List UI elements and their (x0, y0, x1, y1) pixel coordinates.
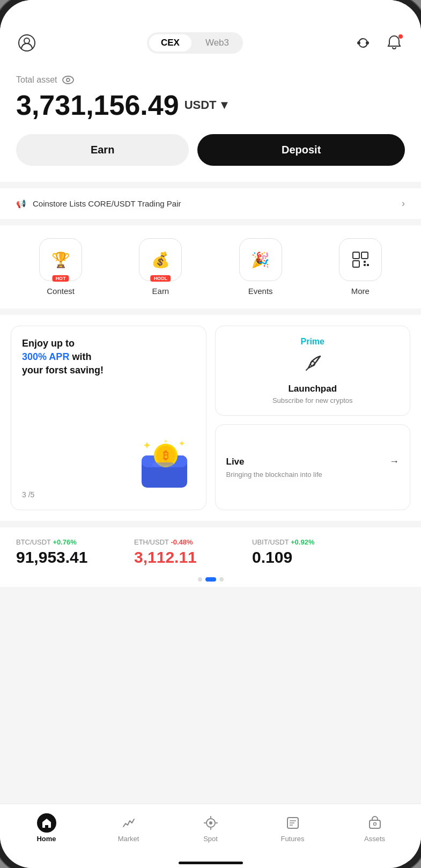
events-icon: 🎉 (239, 238, 282, 281)
more-icon (339, 238, 382, 281)
chevron-right-icon: › (402, 198, 405, 209)
home-bar (0, 857, 421, 868)
status-bar (0, 0, 421, 27)
nav-cex[interactable]: CEX (149, 34, 191, 52)
quick-actions: 🏆 HOT Contest 💰 HODL Earn 🎉 Events (0, 225, 421, 308)
svg-point-21 (209, 821, 212, 825)
announcement-icon: 📢 (16, 199, 26, 209)
svg-point-1 (24, 38, 29, 43)
hero-section: Total asset 3,731,156.49 USDT ▼ Earn Dep… (0, 64, 421, 182)
ticker-ubit[interactable]: UBIT/USDT +0.92% 0.109 (252, 538, 370, 567)
nav-futures[interactable]: Futures (271, 813, 314, 843)
profile-icon[interactable] (16, 32, 38, 54)
svg-point-4 (366, 41, 369, 45)
market-label: Market (118, 835, 139, 843)
earn-button[interactable]: Earn (16, 134, 189, 166)
svg-rect-10 (364, 264, 366, 266)
svg-point-6 (67, 78, 70, 82)
savings-card[interactable]: Enjoy up to 300% APR with your forst sav… (11, 326, 206, 510)
launchpad-card[interactable]: Prime Launchpad Subscribe for new crypto… (215, 326, 411, 416)
bell-icon[interactable] (383, 32, 405, 54)
svg-rect-9 (353, 261, 359, 267)
live-card[interactable]: Live → Bringing the blockchain into life (215, 424, 411, 510)
right-cards-col: Prime Launchpad Subscribe for new crypto… (215, 326, 411, 510)
phone-frame: CEX Web3 (0, 0, 421, 868)
prime-label: Prime (301, 337, 324, 347)
launchpad-title: Launchpad (288, 384, 337, 394)
eth-price: 3,112.11 (134, 548, 252, 567)
svg-rect-18 (152, 462, 174, 467)
svg-rect-11 (364, 261, 366, 263)
apr-text: 300% APR (22, 351, 69, 362)
svg-point-5 (63, 76, 73, 84)
ticker-eth[interactable]: ETH/USDT -0.48% 3,112.11 (134, 538, 252, 567)
futures-icon (283, 813, 302, 833)
contest-label: Contest (47, 286, 75, 296)
total-asset-text: Total asset (16, 75, 57, 85)
ubit-price: 0.109 (252, 548, 370, 567)
notification-dot (398, 34, 403, 39)
live-arrow-icon: → (389, 456, 399, 467)
spot-icon (201, 813, 220, 833)
dot-1 (198, 577, 202, 582)
home-label: Home (36, 835, 56, 843)
svg-rect-7 (353, 252, 359, 259)
bottom-nav: Home Market Spot (0, 804, 421, 857)
assets-label: Assets (364, 835, 385, 843)
ticker-btc[interactable]: BTC/USDT +0.76% 91,953.41 (16, 538, 134, 567)
svg-rect-8 (361, 252, 368, 259)
eye-icon[interactable] (62, 76, 74, 84)
quick-action-more[interactable]: More (334, 238, 387, 296)
svg-text:₿: ₿ (163, 450, 168, 461)
total-amount: 3,731,156.49 USDT ▼ (16, 89, 405, 121)
nav-market[interactable]: Market (107, 813, 150, 843)
quick-action-contest[interactable]: 🏆 HOT Contest (34, 238, 87, 296)
assets-icon (365, 813, 385, 833)
action-buttons: Earn Deposit (16, 134, 405, 166)
quick-action-events[interactable]: 🎉 Events (234, 238, 287, 296)
nav-assets[interactable]: Assets (353, 813, 396, 843)
home-icon (37, 813, 56, 833)
top-nav: CEX Web3 (0, 27, 421, 64)
nav-web3[interactable]: Web3 (194, 34, 241, 52)
earn-label: Earn (152, 286, 169, 296)
announcement-text: Coinstore Lists CORE/USDT Trading Pair (33, 199, 181, 208)
btc-price: 91,953.41 (16, 548, 134, 567)
card-counter: 3 /5 (22, 490, 195, 499)
launchpad-subtitle: Subscribe for new cryptos (272, 396, 353, 404)
quick-action-earn[interactable]: 💰 HODL Earn (134, 238, 187, 296)
savings-text: Enjoy up to 300% APR with your forst sav… (22, 337, 195, 378)
earn-icon: 💰 HODL (139, 238, 182, 281)
nav-spot[interactable]: Spot (189, 813, 232, 843)
announcement-bar[interactable]: 📢 Coinstore Lists CORE/USDT Trading Pair… (0, 188, 421, 219)
home-indicator (179, 862, 243, 864)
svg-rect-26 (370, 820, 380, 828)
nav-icons (352, 32, 405, 54)
more-label: More (351, 286, 370, 296)
nav-home[interactable]: Home (25, 813, 68, 843)
launchpad-icon (301, 352, 324, 379)
announcement-content: 📢 Coinstore Lists CORE/USDT Trading Pair (16, 199, 181, 209)
live-title: Live (226, 457, 245, 467)
ticker-section: BTC/USDT +0.76% 91,953.41 ETH/USDT -0.48… (0, 527, 421, 572)
contest-icon: 🏆 HOT (39, 238, 82, 281)
currency-label[interactable]: USDT ▼ (184, 98, 231, 112)
svg-point-3 (357, 41, 360, 45)
hot-badge: HOT (53, 275, 69, 282)
cards-section: Enjoy up to 300% APR with your forst sav… (0, 315, 421, 521)
main-content: Total asset 3,731,156.49 USDT ▼ Earn Dep… (0, 64, 421, 804)
support-icon[interactable] (352, 32, 374, 54)
dot-3 (219, 577, 224, 582)
pagination-dots (0, 572, 421, 587)
wallet-illustration: ₿ (22, 437, 195, 490)
events-label: Events (248, 286, 273, 296)
svg-rect-12 (367, 264, 369, 266)
futures-label: Futures (280, 835, 304, 843)
amount-value: 3,731,156.49 (16, 89, 179, 121)
nav-toggle: CEX Web3 (147, 32, 243, 54)
dot-2 (205, 577, 216, 582)
total-asset-label: Total asset (16, 75, 405, 85)
live-subtitle: Bringing the blockchain into life (226, 470, 400, 479)
spot-label: Spot (203, 835, 218, 843)
deposit-button[interactable]: Deposit (197, 134, 405, 166)
